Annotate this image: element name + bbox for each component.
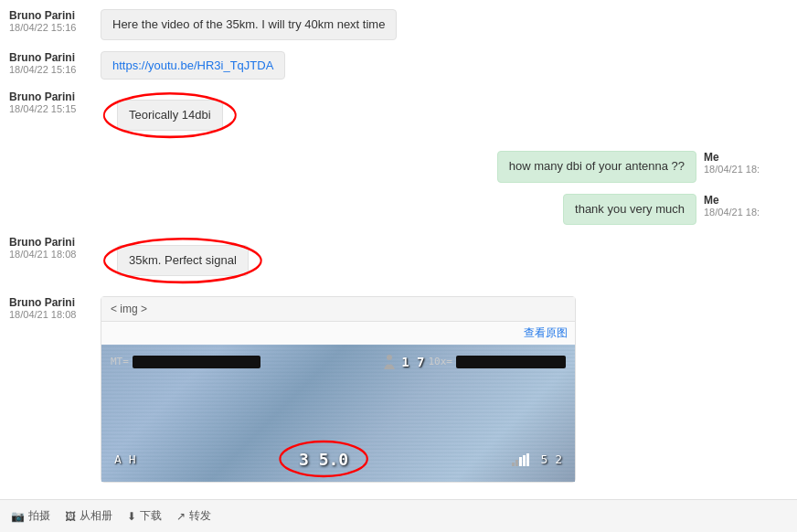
svg-rect-4 (512, 463, 515, 466)
sender-name: Bruno Parini (9, 9, 93, 22)
download-icon: ⬇ (127, 510, 136, 523)
message-row: Bruno Parini 18/04/22 15:16 https://yout… (0, 51, 797, 80)
album-button[interactable]: 🖼 从相册 (65, 508, 112, 524)
svg-rect-5 (515, 460, 518, 466)
footer-bar: 📷 拍摄 🖼 从相册 ⬇ 下载 ↗ 转发 (0, 499, 797, 532)
message-bubble-circled: 35km. Perfect signal (117, 245, 249, 276)
hud-circle-overlay (277, 439, 370, 480)
sender-time: 18/04/22 15:16 (9, 22, 93, 33)
forward-icon: ↗ (176, 510, 186, 523)
message-bubble-circled: Teorically 14dbi (117, 100, 223, 131)
right-name: Me (704, 194, 788, 207)
right-meta: Me 18/04/21 18: (696, 151, 788, 175)
svg-point-2 (387, 355, 392, 360)
hud-bottom: A H 3 5.0 (101, 448, 575, 471)
sender-time: 18/04/21 18:08 (9, 249, 93, 260)
svg-rect-6 (519, 457, 522, 466)
svg-rect-8 (526, 453, 529, 466)
sender-name: Bruno Parini (9, 236, 93, 249)
right-meta: Me 18/04/21 18: (696, 194, 788, 218)
right-time: 18/04/21 18: (704, 207, 788, 218)
capture-label: 拍摄 (28, 508, 50, 524)
hud-icon (381, 354, 398, 370)
sender-time: 18/04/21 18:08 (9, 309, 93, 320)
chat-container[interactable]: Bruno Parini 18/04/22 15:16 Here the vid… (0, 0, 797, 499)
message-row: Bruno Parini 18/04/22 15:16 Here the vid… (0, 9, 797, 40)
sender-info: Bruno Parini 18/04/22 15:16 (9, 51, 101, 75)
sender-info: Bruno Parini 18/04/22 15:15 (9, 90, 101, 114)
svg-rect-7 (523, 455, 526, 466)
hud-bar-right (456, 356, 566, 368)
download-label: 下载 (140, 508, 162, 524)
message-row: Bruno Parini 18/04/22 15:15 Teorically 1… (0, 90, 797, 140)
svg-point-3 (280, 442, 367, 476)
message-bubble: how many dbi of your antenna ?? (497, 151, 696, 182)
message-bubble-thank-you: thank you very much (563, 194, 696, 225)
sender-time: 18/04/22 15:15 (9, 103, 93, 114)
image-preview: MT= 1 7 10x= (101, 345, 575, 482)
sender-time: 18/04/22 15:16 (9, 64, 93, 75)
message-row: Me 18/04/21 18: thank you very much (0, 194, 797, 225)
hud-numbers-top: 1 7 (401, 355, 424, 369)
footer-actions: 📷 拍摄 🖼 从相册 ⬇ 下载 ↗ 转发 (11, 508, 211, 524)
forward-button[interactable]: ↗ 转发 (176, 508, 211, 524)
hud-center-circled: 3 5.0 (292, 448, 356, 471)
sender-info: Bruno Parini 18/04/21 18:08 (9, 296, 101, 320)
message-row-image: Bruno Parini 18/04/21 18:08 < img > 查看原图… (0, 296, 797, 483)
right-time: 18/04/21 18: (704, 164, 788, 175)
album-label: 从相册 (80, 508, 112, 524)
album-icon: 🖼 (65, 510, 76, 523)
capture-button[interactable]: 📷 拍摄 (11, 508, 50, 524)
hud-bar-left (133, 356, 260, 368)
message-row: Me 18/04/21 18: how many dbi of your ant… (0, 151, 797, 182)
sender-info: Bruno Parini 18/04/21 18:08 (9, 236, 101, 260)
link-bubble[interactable]: https://youtu.be/HR3i_TqJTDA (101, 51, 285, 80)
sender-name: Bruno Parini (9, 51, 93, 64)
sender-name: Bruno Parini (9, 90, 93, 103)
image-view-original[interactable]: 查看原图 (101, 322, 575, 345)
forward-label: 转发 (189, 508, 211, 524)
message-row: Bruno Parini 18/04/21 18:08 35km. Perfec… (0, 236, 797, 285)
signal-icon (512, 453, 534, 466)
hud-top: MT= 1 7 10x= (101, 354, 575, 370)
image-preview-inner: MT= 1 7 10x= (101, 345, 575, 482)
hud-bottom-right: 5 2 (512, 452, 562, 467)
sender-name: Bruno Parini (9, 296, 93, 309)
image-message-box: < img > 查看原图 MT= (101, 296, 576, 483)
hud-bottom-left: A H (114, 452, 135, 466)
sender-info: Bruno Parini 18/04/22 15:16 (9, 9, 101, 33)
image-tag-header: < img > (101, 297, 575, 322)
message-bubble: Here the video of the 35km. I will try 4… (101, 9, 397, 40)
download-button[interactable]: ⬇ 下载 (127, 508, 162, 524)
camera-icon: 📷 (11, 510, 25, 523)
right-name: Me (704, 151, 788, 164)
